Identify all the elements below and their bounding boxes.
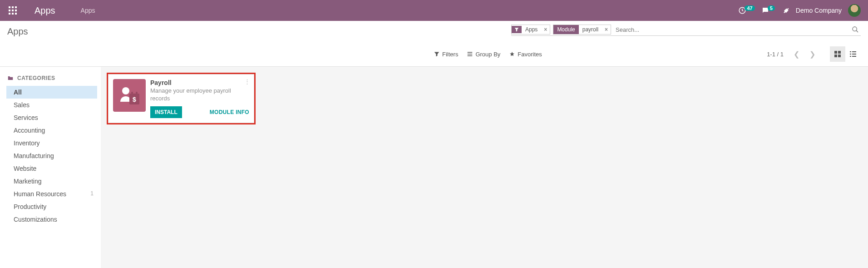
install-button[interactable]: INSTALL — [150, 106, 182, 118]
payroll-icon: $ — [118, 84, 140, 106]
brand-title: Apps — [35, 5, 55, 16]
svg-rect-3 — [9, 10, 10, 11]
module-info-link[interactable]: MODULE INFO — [210, 109, 249, 115]
svg-point-25 — [122, 87, 129, 94]
view-switcher — [830, 46, 861, 62]
sidebar-item-marketing[interactable]: Marketing — [0, 175, 101, 188]
svg-rect-7 — [12, 13, 14, 15]
sidebar-item-label: Customizations — [14, 216, 57, 223]
sidebar-item-website[interactable]: Website — [0, 162, 101, 175]
app-card-payroll[interactable]: ⋮ $ Payroll Manage your employee payroll… — [108, 74, 254, 123]
activity-button[interactable]: 47 — [738, 6, 755, 15]
sidebar: CATEGORIES All Sales Services Accounting… — [0, 67, 101, 268]
facet-remove[interactable]: × — [602, 26, 611, 33]
svg-rect-13 — [468, 54, 473, 55]
sidebar-item-hr[interactable]: Human Resources1 — [0, 188, 101, 200]
svg-rect-8 — [15, 13, 17, 15]
svg-rect-0 — [9, 6, 10, 8]
app-icon: $ — [113, 79, 146, 112]
activity-count: 47 — [745, 5, 755, 11]
svg-rect-28 — [136, 92, 138, 94]
svg-line-11 — [856, 30, 858, 32]
svg-point-10 — [853, 27, 857, 31]
svg-rect-16 — [838, 51, 841, 54]
search-icon[interactable] — [850, 26, 861, 33]
groupby-label: Group By — [475, 51, 500, 58]
funnel-icon — [512, 26, 522, 33]
sidebar-item-label: Website — [14, 165, 36, 172]
groupby-button[interactable]: Group By — [467, 51, 500, 58]
messages-button[interactable]: 5 — [761, 6, 775, 15]
app-title: Payroll — [150, 79, 249, 86]
sidebar-item-services[interactable]: Services — [0, 111, 101, 124]
sidebar-item-label: Inventory — [14, 139, 40, 147]
breadcrumb[interactable]: Apps — [81, 7, 95, 14]
sidebar-item-label: Manufacturing — [14, 152, 54, 159]
topbar-left: Apps Apps — [4, 5, 95, 16]
facet-value: payroll — [579, 25, 602, 34]
facet-value: Apps — [522, 25, 541, 34]
categories-header: CATEGORIES — [0, 75, 101, 86]
svg-rect-5 — [15, 10, 17, 11]
filters-button[interactable]: Filters — [434, 51, 458, 58]
card-menu-icon[interactable]: ⋮ — [244, 78, 250, 85]
svg-rect-18 — [838, 55, 841, 57]
svg-rect-2 — [15, 6, 17, 8]
sidebar-item-all[interactable]: All — [6, 86, 97, 99]
svg-rect-6 — [9, 13, 10, 15]
app-card-body: Payroll Manage your employee payroll rec… — [150, 79, 249, 118]
categories-label: CATEGORIES — [17, 75, 55, 81]
sidebar-item-label: Accounting — [14, 127, 45, 134]
sidebar-item-customizations[interactable]: Customizations — [0, 213, 101, 226]
favorites-button[interactable]: Favorites — [509, 51, 542, 58]
control-panel: Apps Apps × Module payroll × — [0, 21, 868, 67]
company-name[interactable]: Demo Company — [796, 7, 842, 14]
sidebar-item-label: All — [14, 89, 22, 96]
sidebar-item-inventory[interactable]: Inventory — [0, 137, 101, 149]
svg-rect-20 — [852, 51, 856, 52]
debug-icon[interactable] — [781, 6, 789, 15]
apps-grid-icon[interactable] — [7, 5, 18, 16]
svg-rect-15 — [834, 51, 837, 54]
svg-rect-23 — [850, 56, 851, 57]
pager-prev[interactable]: ❮ — [791, 48, 802, 60]
svg-rect-1 — [12, 6, 14, 8]
kanban-view-button[interactable] — [830, 46, 845, 62]
svg-rect-22 — [852, 54, 856, 55]
facet-label: Module — [553, 25, 578, 34]
topbar-right: 47 5 Demo Company — [738, 4, 864, 17]
svg-rect-17 — [834, 55, 837, 57]
sidebar-item-productivity[interactable]: Productivity — [0, 200, 101, 213]
svg-rect-21 — [850, 54, 851, 55]
sidebar-item-accounting[interactable]: Accounting — [0, 124, 101, 137]
pager-next[interactable]: ❯ — [807, 48, 818, 60]
avatar[interactable] — [848, 4, 861, 17]
app-description: Manage your employee payroll records — [150, 87, 249, 103]
sidebar-item-label: Human Resources — [14, 190, 66, 198]
svg-text:$: $ — [133, 96, 136, 103]
filter-facet-apps: Apps × — [511, 25, 550, 35]
svg-rect-19 — [850, 51, 851, 52]
svg-rect-4 — [12, 10, 14, 11]
filter-facet-module: Module payroll × — [553, 25, 611, 35]
sidebar-item-manufacturing[interactable]: Manufacturing — [0, 149, 101, 162]
sidebar-item-count: 1 — [90, 190, 94, 198]
list-view-button[interactable] — [845, 46, 861, 62]
filters-label: Filters — [442, 51, 458, 58]
sidebar-item-label: Marketing — [14, 178, 41, 185]
topbar: Apps Apps 47 5 Demo Company — [0, 0, 868, 21]
sidebar-item-sales[interactable]: Sales — [0, 99, 101, 111]
message-count: 5 — [768, 5, 775, 11]
facet-remove[interactable]: × — [541, 26, 550, 33]
body: CATEGORIES All Sales Services Accounting… — [0, 67, 868, 268]
sidebar-item-label: Services — [14, 114, 38, 121]
favorites-label: Favorites — [518, 51, 542, 58]
svg-rect-27 — [131, 92, 133, 94]
app-actions: INSTALL MODULE INFO — [150, 106, 249, 118]
search-input[interactable] — [614, 25, 850, 35]
page-title: Apps — [7, 25, 28, 37]
svg-rect-12 — [468, 52, 473, 53]
pager: 1-1 / 1 ❮ ❯ — [767, 46, 861, 62]
sidebar-item-label: Sales — [14, 101, 30, 109]
search-bar[interactable]: Apps × Module payroll × — [511, 25, 861, 36]
